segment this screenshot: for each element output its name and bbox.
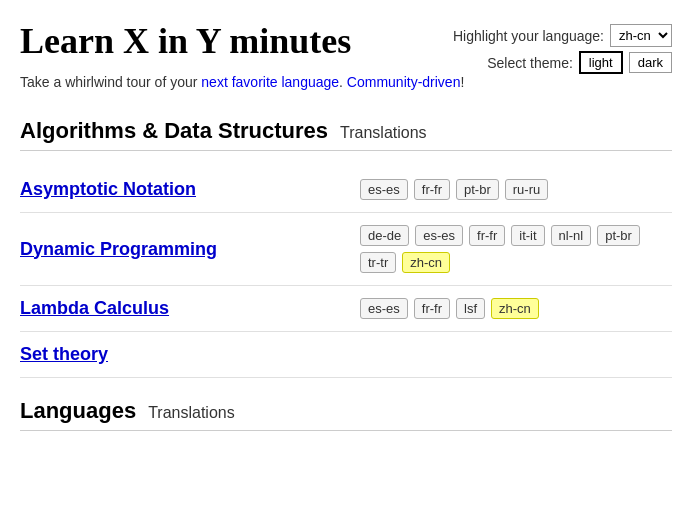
algorithms-section-header: Algorithms & Data Structures Translation… — [20, 118, 672, 151]
lambda-calculus-tags: es-es fr-fr lsf zh-cn — [360, 298, 672, 319]
tag-pt-br[interactable]: pt-br — [456, 179, 499, 200]
tags-line-2: tr-tr zh-cn — [360, 252, 672, 273]
asymptotic-tags: es-es fr-fr pt-br ru-ru — [360, 179, 672, 200]
table-row: Lambda Calculus es-es fr-fr lsf zh-cn — [20, 286, 672, 332]
dynamic-programming-link[interactable]: Dynamic Programming — [20, 239, 217, 259]
light-theme-button[interactable]: light — [579, 51, 623, 74]
lambda-calculus-link[interactable]: Lambda Calculus — [20, 298, 169, 318]
languages-translations-label: Translations — [148, 404, 235, 422]
dynamic-programming-tags: de-de es-es fr-fr it-it nl-nl pt-br tr-t… — [360, 225, 672, 273]
community-driven-link[interactable]: Community-driven — [347, 74, 461, 90]
tag-tr-tr[interactable]: tr-tr — [360, 252, 396, 273]
tag-fr-fr[interactable]: fr-fr — [414, 179, 450, 200]
set-theory-link[interactable]: Set theory — [20, 344, 108, 364]
languages-section: Languages Translations — [20, 398, 672, 431]
theme-label: Select theme: — [487, 55, 573, 71]
next-language-link[interactable]: next favorite language — [201, 74, 339, 90]
algorithms-title: Algorithms & Data Structures — [20, 118, 328, 144]
theme-row: Select theme: light dark — [453, 51, 672, 74]
tag-lsf[interactable]: lsf — [456, 298, 485, 319]
language-select[interactable]: zh-cn en fr-fr es-es — [610, 24, 672, 47]
tag-it-it[interactable]: it-it — [511, 225, 544, 246]
tag-es-es[interactable]: es-es — [360, 298, 408, 319]
table-row: Set theory — [20, 332, 672, 378]
top-controls: Highlight your language: zh-cn en fr-fr … — [453, 24, 672, 74]
tag-de-de[interactable]: de-de — [360, 225, 409, 246]
asymptotic-notation-link[interactable]: Asymptotic Notation — [20, 179, 196, 199]
algorithms-translations-label: Translations — [340, 124, 427, 142]
tag-zh-cn-highlight[interactable]: zh-cn — [402, 252, 450, 273]
table-row: Asymptotic Notation es-es fr-fr pt-br ru… — [20, 167, 672, 213]
tagline: Take a whirlwind tour of your next favor… — [20, 74, 672, 90]
tag-es-es[interactable]: es-es — [360, 179, 408, 200]
highlight-label: Highlight your language: — [453, 28, 604, 44]
languages-title: Languages — [20, 398, 136, 424]
algorithms-table: Asymptotic Notation es-es fr-fr pt-br ru… — [20, 167, 672, 378]
languages-section-header: Languages Translations — [20, 398, 672, 431]
tag-zh-cn-highlight[interactable]: zh-cn — [491, 298, 539, 319]
tag-fr-fr[interactable]: fr-fr — [469, 225, 505, 246]
tag-es-es[interactable]: es-es — [415, 225, 463, 246]
tag-fr-fr[interactable]: fr-fr — [414, 298, 450, 319]
tags-line-1: de-de es-es fr-fr it-it nl-nl pt-br — [360, 225, 672, 246]
tag-nl-nl[interactable]: nl-nl — [551, 225, 592, 246]
language-row: Highlight your language: zh-cn en fr-fr … — [453, 24, 672, 47]
tag-pt-br[interactable]: pt-br — [597, 225, 640, 246]
tag-ru-ru[interactable]: ru-ru — [505, 179, 548, 200]
table-row: Dynamic Programming de-de es-es fr-fr it… — [20, 213, 672, 286]
dark-theme-button[interactable]: dark — [629, 52, 672, 73]
